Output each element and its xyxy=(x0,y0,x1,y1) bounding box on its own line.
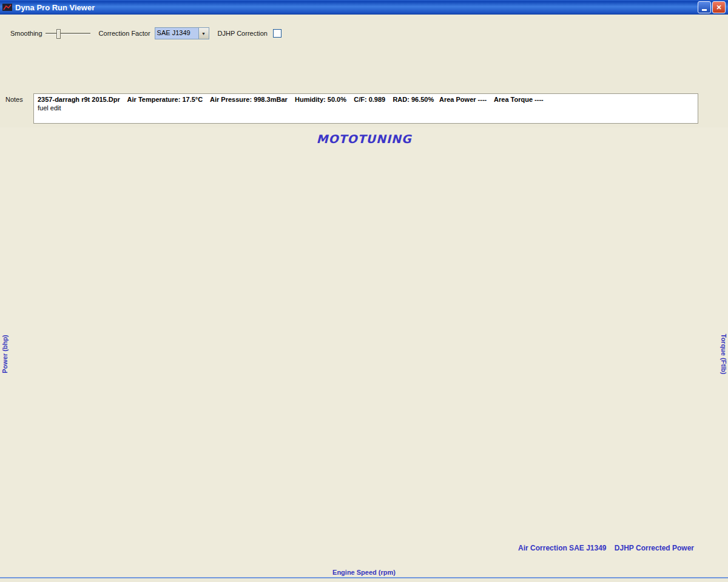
correction-factor-value: SAE J1349 xyxy=(155,28,198,39)
title-bar[interactable]: Dyna Pro Run Viewer ✕ xyxy=(0,0,728,15)
toolbar: Smoothing Correction Factor SAE J1349 ▼ … xyxy=(0,25,728,42)
smoothing-slider[interactable] xyxy=(46,28,90,38)
djhp-correction-checkbox[interactable] xyxy=(273,29,281,38)
app-icon xyxy=(2,2,12,12)
chevron-down-icon[interactable]: ▼ xyxy=(198,28,209,39)
window-bottom-edge xyxy=(0,577,728,582)
window-title: Dyna Pro Run Viewer xyxy=(15,3,95,12)
x-axis-label: Engine Speed (rpm) xyxy=(0,569,728,576)
run-table-header xyxy=(0,41,728,52)
correction-annotation: Air Correction SAE J1349 DJHP Corrected … xyxy=(518,544,694,552)
close-button[interactable]: ✕ xyxy=(712,1,726,13)
notes-comment: fuel edit xyxy=(38,104,694,112)
chart-panel: MOTOTUNING Power (bhp) Torque (Ftlb) Eng… xyxy=(0,127,728,577)
minimize-button[interactable] xyxy=(698,1,711,13)
smoothing-slider-thumb[interactable] xyxy=(56,29,61,39)
smoothing-label: Smoothing xyxy=(10,30,42,37)
correction-factor-select[interactable]: SAE J1349 ▼ xyxy=(155,27,209,39)
djhp-correction-label: DJHP Correction xyxy=(218,30,268,37)
correction-factor-label: Correction Factor xyxy=(99,30,150,37)
notes-run-summary: 2357-darragh r9t 2015.Dpr Air Temperatur… xyxy=(38,96,694,103)
y-axis-label-power: Power (bhp) xyxy=(1,335,8,373)
notes-label: Notes xyxy=(5,96,23,103)
menu-bar xyxy=(0,15,728,26)
app-window: Dyna Pro Run Viewer ✕ Smoothing Correcti… xyxy=(0,0,728,582)
run-table xyxy=(0,41,728,52)
dyno-chart[interactable] xyxy=(0,127,728,577)
y-axis-label-torque: Torque (Ftlb) xyxy=(720,334,727,375)
notes-box[interactable]: 2357-darragh r9t 2015.Dpr Air Temperatur… xyxy=(33,93,698,124)
